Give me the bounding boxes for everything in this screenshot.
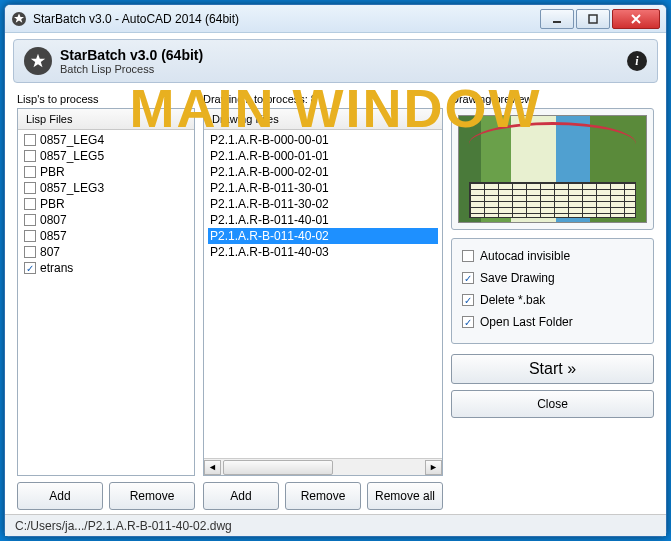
checkbox[interactable] — [462, 250, 474, 262]
drawing-row[interactable]: P2.1.A.R-B-011-40-03 — [208, 244, 438, 260]
option-row[interactable]: Autocad invisible — [462, 249, 643, 263]
checkbox[interactable] — [24, 134, 36, 146]
header-title: StarBatch v3.0 (64bit) — [60, 47, 203, 63]
statusbar: C:/Users/ja.../P2.1.A.R-B-011-40-02.dwg — [5, 514, 666, 536]
drawing-label: P2.1.A.R-B-000-00-01 — [210, 133, 329, 147]
lisp-row[interactable]: PBR — [22, 196, 190, 212]
right-panel: Drawing preview Autocad invisible✓Save D… — [451, 93, 654, 510]
drawing-label: P2.1.A.R-B-000-02-01 — [210, 165, 329, 179]
checkbox[interactable]: ✓ — [462, 316, 474, 328]
lisps-add-button[interactable]: Add — [17, 482, 103, 510]
drawings-hscroll[interactable]: ◄ ► — [204, 458, 442, 475]
start-button[interactable]: Start » — [451, 354, 654, 384]
drawings-add-button[interactable]: Add — [203, 482, 279, 510]
lisps-buttons: Add Remove — [17, 482, 195, 510]
drawing-row[interactable]: P2.1.A.R-B-000-01-01 — [208, 148, 438, 164]
svg-rect-2 — [553, 21, 561, 23]
checkbox[interactable]: ✓ — [462, 294, 474, 306]
checkbox[interactable] — [24, 246, 36, 258]
info-icon[interactable]: i — [627, 51, 647, 71]
drawings-label: Drawing's to process: 8 — [203, 93, 443, 105]
status-text: C:/Users/ja.../P2.1.A.R-B-011-40-02.dwg — [15, 519, 232, 533]
checkbox[interactable] — [24, 150, 36, 162]
star-icon — [24, 47, 52, 75]
app-icon — [11, 11, 27, 27]
option-label: Open Last Folder — [480, 315, 573, 329]
drawing-label: P2.1.A.R-B-000-01-01 — [210, 149, 329, 163]
lisp-row[interactable]: PBR — [22, 164, 190, 180]
scroll-right-button[interactable]: ► — [425, 460, 442, 475]
drawing-label: P2.1.A.R-B-011-40-03 — [210, 245, 329, 259]
checkbox[interactable] — [24, 230, 36, 242]
option-label: Save Drawing — [480, 271, 555, 285]
checkbox[interactable] — [24, 198, 36, 210]
lisp-label: 0857_LEG4 — [40, 133, 104, 147]
option-label: Delete *.bak — [480, 293, 545, 307]
maximize-button[interactable] — [576, 9, 610, 29]
lisp-label: 0857_LEG3 — [40, 181, 104, 195]
scroll-left-button[interactable]: ◄ — [204, 460, 221, 475]
app-header: StarBatch v3.0 (64bit) Batch Lisp Proces… — [13, 39, 658, 83]
drawing-label: P2.1.A.R-B-011-30-02 — [210, 197, 329, 211]
checkbox[interactable]: ✓ — [462, 272, 474, 284]
drawings-panel: Drawing's to process: 8 Drawing Files P2… — [203, 93, 443, 510]
lisps-label: Lisp's to process — [17, 93, 195, 105]
lisp-label: 0857 — [40, 229, 67, 243]
lisp-label: 807 — [40, 245, 60, 259]
close-window-button[interactable] — [612, 9, 660, 29]
lisp-label: PBR — [40, 197, 65, 211]
header-text: StarBatch v3.0 (64bit) Batch Lisp Proces… — [60, 47, 203, 75]
option-row[interactable]: ✓Delete *.bak — [462, 293, 643, 307]
app-window: StarBatch v3.0 - AutoCAD 2014 (64bit) St… — [4, 4, 667, 537]
drawing-row[interactable]: P2.1.A.R-B-000-00-01 — [208, 132, 438, 148]
lisp-row[interactable]: 0857 — [22, 228, 190, 244]
checkbox[interactable] — [24, 214, 36, 226]
header-subtitle: Batch Lisp Process — [60, 63, 203, 75]
lisp-row[interactable]: 807 — [22, 244, 190, 260]
lisps-list[interactable]: Lisp Files 0857_LEG40857_LEG5PBR0857_LEG… — [17, 108, 195, 476]
lisp-label: etrans — [40, 261, 73, 275]
lisp-row[interactable]: 0857_LEG5 — [22, 148, 190, 164]
lisp-label: 0857_LEG5 — [40, 149, 104, 163]
close-row: Close — [451, 390, 654, 418]
lisp-label: 0807 — [40, 213, 67, 227]
svg-rect-3 — [589, 15, 597, 23]
drawing-row[interactable]: P2.1.A.R-B-011-40-01 — [208, 212, 438, 228]
checkbox[interactable] — [24, 182, 36, 194]
minimize-button[interactable] — [540, 9, 574, 29]
svg-marker-4 — [31, 54, 45, 68]
lisps-panel: Lisp's to process Lisp Files 0857_LEG408… — [17, 93, 195, 510]
drawings-list[interactable]: Drawing Files P2.1.A.R-B-000-00-01P2.1.A… — [203, 108, 443, 476]
lisp-row[interactable]: 0857_LEG3 — [22, 180, 190, 196]
drawing-row[interactable]: P2.1.A.R-B-011-30-02 — [208, 196, 438, 212]
drawing-label: P2.1.A.R-B-011-30-01 — [210, 181, 329, 195]
drawing-row[interactable]: P2.1.A.R-B-011-40-02 — [208, 228, 438, 244]
options-frame: Autocad invisible✓Save Drawing✓Delete *.… — [451, 238, 654, 344]
drawings-column-header[interactable]: Drawing Files — [204, 109, 442, 130]
preview-frame — [451, 108, 654, 230]
lisps-column-header[interactable]: Lisp Files — [18, 109, 194, 130]
window-controls — [538, 9, 660, 29]
lisp-row[interactable]: ✓etrans — [22, 260, 190, 276]
preview-label: Drawing preview — [451, 93, 654, 105]
option-label: Autocad invisible — [480, 249, 570, 263]
checkbox[interactable] — [24, 166, 36, 178]
checkbox[interactable]: ✓ — [24, 262, 36, 274]
titlebar: StarBatch v3.0 - AutoCAD 2014 (64bit) — [5, 5, 666, 33]
option-row[interactable]: ✓Save Drawing — [462, 271, 643, 285]
lisp-label: PBR — [40, 165, 65, 179]
drawings-remove-all-button[interactable]: Remove all — [367, 482, 443, 510]
close-button[interactable]: Close — [451, 390, 654, 418]
scroll-thumb[interactable] — [223, 460, 333, 475]
main-body: Lisp's to process Lisp Files 0857_LEG408… — [5, 83, 666, 514]
drawing-row[interactable]: P2.1.A.R-B-011-30-01 — [208, 180, 438, 196]
window-title: StarBatch v3.0 - AutoCAD 2014 (64bit) — [33, 12, 538, 26]
lisp-row[interactable]: 0807 — [22, 212, 190, 228]
drawing-row[interactable]: P2.1.A.R-B-000-02-01 — [208, 164, 438, 180]
option-row[interactable]: ✓Open Last Folder — [462, 315, 643, 329]
lisps-remove-button[interactable]: Remove — [109, 482, 195, 510]
drawing-label: P2.1.A.R-B-011-40-02 — [210, 229, 329, 243]
drawings-remove-button[interactable]: Remove — [285, 482, 361, 510]
lisp-row[interactable]: 0857_LEG4 — [22, 132, 190, 148]
drawing-label: P2.1.A.R-B-011-40-01 — [210, 213, 329, 227]
